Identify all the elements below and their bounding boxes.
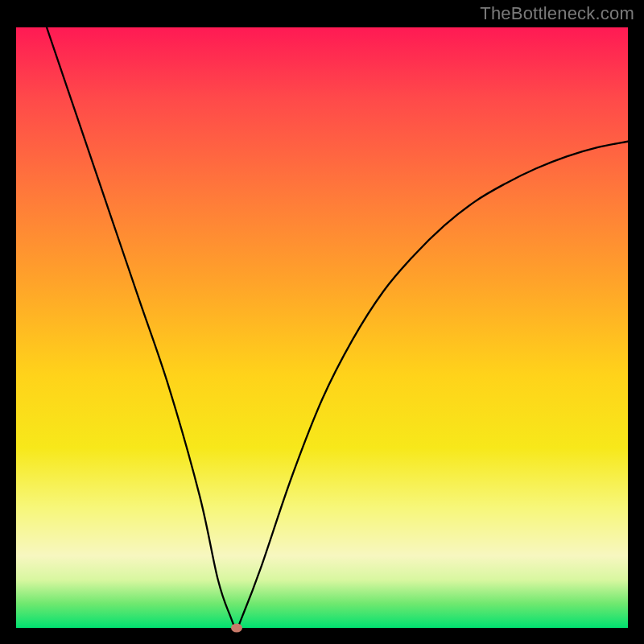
plot-area [16,27,628,628]
bottleneck-curve [16,27,628,628]
optimal-point-marker [231,624,242,633]
chart-frame: TheBottleneck.com [0,0,644,644]
watermark-text: TheBottleneck.com [480,3,634,24]
